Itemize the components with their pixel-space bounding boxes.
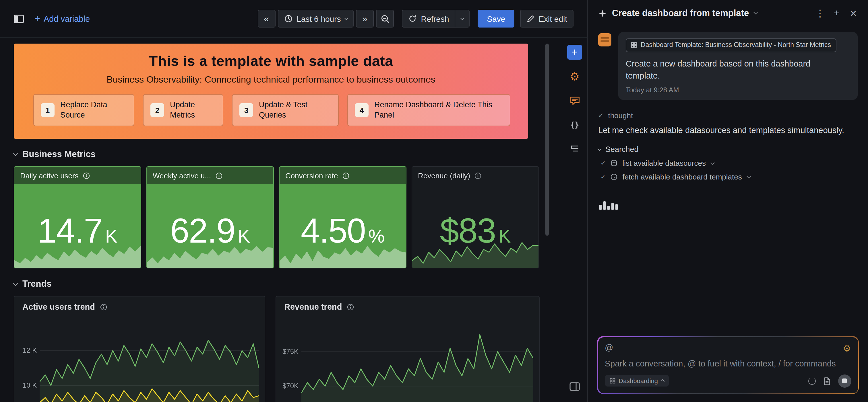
step-number-badge: 4 <box>355 103 369 117</box>
refresh-interval-button[interactable] <box>455 10 470 28</box>
dashboard-grid-icon <box>609 378 615 383</box>
message-card: Dashboard Template: Business Observabili… <box>618 32 858 100</box>
clock-icon <box>284 14 292 23</box>
refresh-button[interactable]: Refresh <box>402 10 455 28</box>
search-step-templates[interactable]: ✓ fetch available dashboard templates <box>598 173 858 181</box>
stop-generation-button[interactable] <box>838 374 851 388</box>
step-label: Rename Dashboard & Delete This Panel <box>374 100 503 120</box>
chevron-down-icon[interactable] <box>753 11 757 14</box>
template-banner-panel[interactable]: This is a template with sample data Busi… <box>14 43 528 139</box>
braces-icon: {} <box>570 120 579 129</box>
time-range-back-button[interactable]: « <box>257 10 275 28</box>
banner-step: 1 Replace Data Source <box>33 94 134 126</box>
section-trends[interactable]: Trends <box>14 279 539 289</box>
add-variable-button[interactable]: + Add variable <box>34 14 90 24</box>
collapse-pane-button[interactable] <box>567 379 583 394</box>
info-icon[interactable] <box>83 172 90 179</box>
assistant-settings-button[interactable]: ⚙ <box>843 343 851 354</box>
dashboard-scrollbar[interactable] <box>546 43 549 236</box>
panel-header[interactable]: Revenue (daily) <box>412 167 538 184</box>
dashboard-grid-icon <box>631 42 637 48</box>
outline-list-icon <box>569 143 580 154</box>
zoom-out-icon <box>380 14 390 23</box>
panel-header[interactable]: Weekly active u... <box>147 167 273 184</box>
search-step-datasources[interactable]: ✓ list available datasources <box>598 159 858 167</box>
dashboard-content-row: This is a template with sample data Busi… <box>0 38 587 402</box>
thought-toggle[interactable]: ✓ thought <box>598 111 858 120</box>
json-model-button[interactable]: {} <box>567 117 583 132</box>
time-range-picker[interactable]: Last 6 hours <box>278 10 353 28</box>
input-bottom-row: Dashboarding <box>605 374 851 388</box>
generating-indicator <box>598 201 858 210</box>
info-icon[interactable] <box>474 172 482 179</box>
add-panel-button[interactable]: + <box>567 45 582 60</box>
trend-panels-row: Active users trend 12 K10 K Revenue tren… <box>14 296 539 402</box>
y-axis: $75K$70K <box>281 320 301 402</box>
message-text: Create a new dashboard based on this das… <box>626 58 824 82</box>
stat-unit: K <box>105 226 117 246</box>
chevron-down-icon <box>711 161 715 164</box>
trend-panel-active-users: Active users trend 12 K10 K <box>14 296 265 402</box>
top-toolbar: + Add variable « Last 6 hours » Refre <box>0 0 587 38</box>
panel-header[interactable]: Revenue trend <box>276 297 539 317</box>
time-and-actions: « Last 6 hours » Refresh Save <box>257 10 574 28</box>
context-badge[interactable]: Dashboarding <box>605 375 669 387</box>
section-title: Business Metrics <box>22 149 96 160</box>
mention-button[interactable]: @ <box>605 343 613 352</box>
info-icon[interactable] <box>100 303 107 310</box>
template-context-chip[interactable]: Dashboard Template: Business Observabili… <box>626 38 836 52</box>
database-icon <box>610 160 618 167</box>
panel-header[interactable]: Daily active users <box>14 167 141 184</box>
stat-panel-weekly-active-users: Weekly active u... 62.9K <box>146 166 274 268</box>
chevron-up-icon <box>661 380 664 383</box>
stat-value: 62.9K <box>147 213 273 249</box>
time-series-chart: 12 K10 K <box>14 317 265 402</box>
loading-spinner-icon <box>808 377 815 384</box>
zoom-out-button[interactable] <box>376 10 394 28</box>
chevron-down-icon <box>13 281 18 286</box>
chat-input-box: @ ⚙ Dashboarding <box>598 337 858 393</box>
time-range-forward-button[interactable]: » <box>356 10 374 28</box>
info-icon[interactable] <box>346 303 354 310</box>
chat-input-container: @ ⚙ Dashboarding <box>597 336 859 394</box>
check-icon: ✓ <box>600 160 606 166</box>
stop-icon <box>842 378 847 383</box>
banner-step: 4 Rename Dashboard & Delete This Panel <box>347 94 510 126</box>
stat-number: 14.7 <box>38 212 102 250</box>
refresh-icon <box>408 14 417 23</box>
panel-title: Revenue trend <box>284 302 342 311</box>
exit-edit-button[interactable]: Exit edit <box>520 10 574 28</box>
plus-icon: + <box>571 47 578 57</box>
searched-toggle[interactable]: Searched <box>598 145 858 154</box>
stat-number: $83 <box>440 212 496 250</box>
banner-step: 2 Update Metrics <box>143 94 223 126</box>
at-icon: @ <box>605 343 613 352</box>
dashboard-canvas: This is a template with sample data Busi… <box>0 38 562 402</box>
stat-panel-revenue-daily: Revenue (daily) $83K <box>412 166 539 268</box>
panel-title: Revenue (daily) <box>418 171 470 180</box>
info-icon[interactable] <box>215 172 222 179</box>
y-tick-label: 12 K <box>23 347 37 355</box>
search-step-label: fetch available dashboard templates <box>622 173 742 181</box>
close-panel-button[interactable]: × <box>846 5 861 21</box>
dashboard-settings-button[interactable]: ⚙ <box>567 69 583 84</box>
refresh-split-button: Refresh <box>402 10 470 28</box>
stat-panels-row: Daily active users 14.7K Weekly active u… <box>14 166 539 268</box>
new-chat-button[interactable]: + <box>829 5 844 21</box>
panel-header[interactable]: Active users trend <box>14 297 265 317</box>
info-icon[interactable] <box>342 172 350 179</box>
save-button[interactable]: Save <box>478 10 515 28</box>
section-business-metrics[interactable]: Business Metrics <box>14 149 539 160</box>
plot-area <box>40 320 259 402</box>
more-options-button[interactable]: ⋮ <box>812 5 828 21</box>
chat-input[interactable] <box>605 359 851 374</box>
stat-value: 4.50% <box>280 213 406 249</box>
outline-button[interactable] <box>567 141 583 156</box>
chevrons-left-icon: « <box>264 13 269 24</box>
add-variable-label: Add variable <box>43 14 90 23</box>
attach-document-button[interactable] <box>823 376 831 385</box>
sidebar-toggle-button[interactable] <box>10 10 28 27</box>
dashboard-column: + Add variable « Last 6 hours » Refre <box>0 0 587 402</box>
panel-header[interactable]: Conversion rate <box>280 167 406 184</box>
assistant-chat-button[interactable] <box>567 93 583 108</box>
